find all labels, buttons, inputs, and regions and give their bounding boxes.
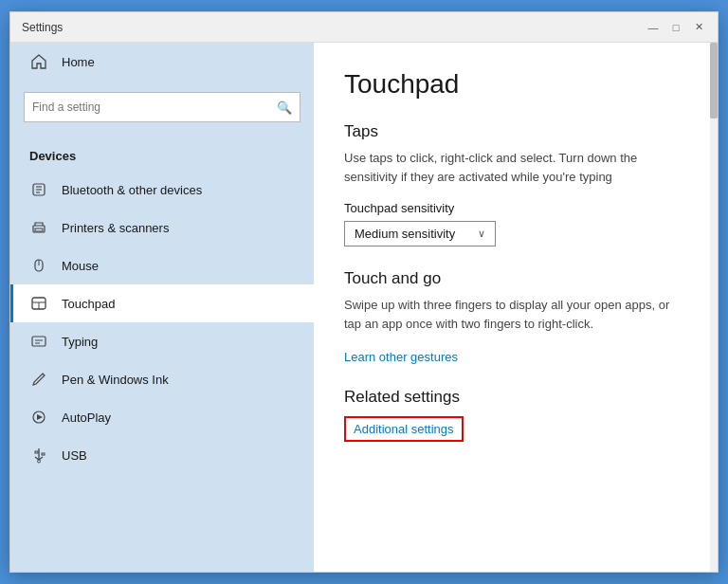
- sensitivity-dropdown[interactable]: Medium sensitivity ∨: [344, 221, 496, 246]
- page-title: Touchpad: [344, 69, 687, 100]
- sidebar-item-home[interactable]: Home: [10, 43, 314, 81]
- printer-icon: [29, 218, 48, 237]
- close-button[interactable]: ✕: [691, 20, 706, 35]
- learn-gestures-link[interactable]: Learn other gestures: [344, 350, 458, 364]
- chevron-down-icon: ∨: [478, 228, 485, 240]
- sensitivity-label: Touchpad sensitivity: [344, 201, 687, 215]
- sidebar-item-bluetooth[interactable]: Bluetooth & other devices: [10, 171, 314, 209]
- additional-settings-link[interactable]: Additional settings: [344, 416, 464, 442]
- window-body: Home 🔍 Devices Bluetooth: [10, 43, 718, 572]
- title-bar: Settings — □ ✕: [10, 12, 718, 43]
- window-title: Settings: [22, 21, 646, 34]
- sidebar-section-label: Devices: [10, 134, 314, 171]
- sidebar-item-usb-label: USB: [62, 448, 87, 463]
- touch-and-go-description: Swipe up with three fingers to display a…: [344, 296, 687, 333]
- sidebar-item-printers-label: Printers & scanners: [62, 221, 169, 235]
- sidebar: Home 🔍 Devices Bluetooth: [10, 43, 314, 572]
- sidebar-item-printers[interactable]: Printers & scanners: [10, 209, 314, 246]
- sidebar-item-usb[interactable]: USB: [10, 436, 314, 474]
- scrollbar-thumb[interactable]: [710, 43, 718, 119]
- maximize-button[interactable]: □: [668, 20, 683, 35]
- svg-rect-20: [42, 453, 45, 455]
- sidebar-item-typing[interactable]: Typing: [10, 322, 314, 360]
- sidebar-item-bluetooth-label: Bluetooth & other devices: [62, 183, 202, 197]
- sensitivity-value: Medium sensitivity: [355, 227, 455, 241]
- touchpad-icon: [29, 294, 48, 313]
- sidebar-item-mouse-label: Mouse: [62, 259, 99, 273]
- sidebar-item-typing-label: Typing: [62, 335, 98, 349]
- pen-icon: [29, 370, 48, 389]
- minimize-button[interactable]: —: [646, 20, 661, 35]
- sidebar-item-home-label: Home: [62, 55, 95, 69]
- svg-marker-15: [37, 414, 43, 420]
- svg-rect-21: [35, 451, 38, 453]
- settings-window: Settings — □ ✕ Home 🔍: [9, 11, 719, 573]
- search-box[interactable]: 🔍: [24, 92, 300, 122]
- sidebar-item-autoplay[interactable]: AutoPlay: [10, 398, 314, 436]
- mouse-icon: [29, 256, 48, 275]
- search-input[interactable]: [32, 100, 277, 114]
- touch-and-go-heading: Touch and go: [344, 269, 687, 288]
- svg-rect-11: [32, 337, 46, 346]
- home-icon: [29, 52, 48, 71]
- window-controls: — □ ✕: [646, 20, 706, 35]
- sidebar-item-autoplay-label: AutoPlay: [62, 411, 111, 425]
- search-icon: 🔍: [277, 100, 292, 115]
- taps-heading: Taps: [344, 122, 687, 141]
- scrollbar[interactable]: [710, 43, 718, 572]
- svg-rect-5: [35, 228, 43, 231]
- sidebar-item-pen-label: Pen & Windows Ink: [62, 373, 169, 387]
- sidebar-item-mouse[interactable]: Mouse: [10, 246, 314, 284]
- bluetooth-icon: [29, 180, 48, 199]
- typing-icon: [29, 332, 48, 351]
- usb-icon: [29, 446, 48, 465]
- taps-description: Use taps to click, right-click and selec…: [344, 149, 687, 186]
- svg-point-19: [38, 460, 41, 463]
- related-settings-heading: Related settings: [344, 388, 687, 407]
- sidebar-item-pen[interactable]: Pen & Windows Ink: [10, 360, 314, 398]
- autoplay-icon: [29, 408, 48, 427]
- sidebar-item-touchpad[interactable]: Touchpad: [10, 284, 314, 322]
- sidebar-item-touchpad-label: Touchpad: [62, 297, 115, 311]
- main-content: Touchpad Taps Use taps to click, right-c…: [314, 43, 718, 572]
